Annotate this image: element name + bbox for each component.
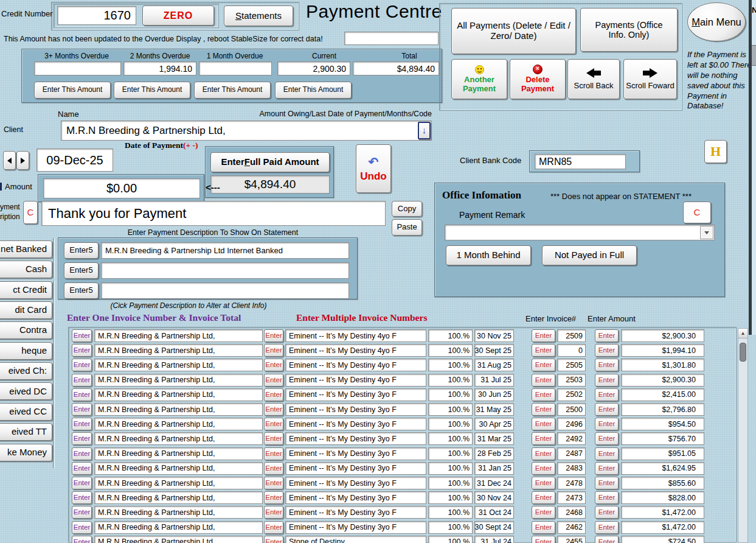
scroll-forward-button[interactable]: Scroll Foward [623, 59, 677, 99]
row-client-field[interactable]: M.R.N Breeding & Partnership Ltd, [94, 432, 263, 445]
payment-date-field[interactable]: 09-Dec-25 [36, 149, 113, 172]
overdue-2months-field[interactable]: 1,994.10 [123, 61, 196, 75]
row-enter-desc-button[interactable]: Enter [264, 536, 283, 543]
row-enter-invoice-button[interactable]: Enter [532, 359, 555, 371]
row-client-field[interactable]: M.R.N Breeding & Partnership Ltd, [94, 462, 263, 475]
row-enter-desc-button[interactable]: Enter [264, 506, 283, 519]
row-enter-desc-button[interactable]: Enter [264, 521, 283, 534]
payment-type-button[interactable]: net Banked [0, 240, 52, 258]
row-date-field[interactable]: 31 Jul 24 [474, 536, 514, 543]
row-client-field[interactable]: M.R.N Breeding & Partnership Ltd, [94, 418, 263, 430]
row-enter-client-button[interactable]: Enter [72, 388, 92, 401]
row-enter-invoice-button[interactable]: Enter [532, 447, 555, 460]
enter5-field-3[interactable] [101, 282, 349, 299]
row-date-field[interactable]: 31 May 25 [474, 403, 514, 416]
row-enter-amount-button[interactable]: Enter [595, 374, 619, 387]
row-invoice-field[interactable]: 2496 [557, 418, 586, 430]
row-date-field[interactable]: 31 Oct 24 [474, 506, 514, 519]
enter-3months-amount-button[interactable]: Enter This Amount [34, 82, 111, 99]
row-enter-amount-button[interactable]: Enter [595, 506, 619, 519]
row-client-field[interactable]: M.R.N Breeding & Partnership Ltd, [94, 447, 263, 460]
row-date-field[interactable]: 30 Nov 24 [474, 491, 514, 504]
statements-button[interactable]: Statements [224, 5, 293, 26]
main-menu-button[interactable]: Main Menu [687, 2, 746, 41]
row-enter-invoice-button[interactable]: Enter [532, 506, 555, 519]
row-date-field[interactable]: 30 Sept 25 [474, 344, 514, 357]
enter-2months-amount-button[interactable]: Enter This Amount [114, 82, 190, 99]
row-enter-desc-button[interactable]: Enter [264, 374, 283, 387]
row-enter-amount-button[interactable]: Enter [595, 462, 619, 475]
row-date-field[interactable]: 31 Jan 25 [474, 462, 514, 475]
paste-button[interactable]: Paste [392, 219, 422, 236]
row-client-field[interactable]: M.R.N Breeding & Partnership Ltd, [94, 491, 263, 504]
row-percent-field[interactable]: 100.% [428, 418, 473, 430]
row-date-field[interactable]: 31 Jul 25 [474, 374, 514, 387]
row-amount-field[interactable]: $855.60 [621, 477, 704, 489]
row-amount-field[interactable]: $954.50 [621, 418, 704, 430]
row-enter-invoice-button[interactable]: Enter [532, 432, 555, 445]
row-invoice-field[interactable]: 2503 [557, 374, 586, 387]
row-amount-field[interactable]: $1,301.80 [621, 359, 704, 371]
description-c-button[interactable]: C [23, 201, 38, 224]
row-invoice-field[interactable]: 2487 [557, 447, 586, 460]
row-percent-field[interactable]: 100.% [428, 447, 473, 460]
row-enter-client-button[interactable]: Enter [72, 447, 92, 460]
overdue-1month-field[interactable] [199, 61, 272, 75]
row-description-field[interactable]: Eminent -- It’s My Destiny 3yo F [285, 521, 426, 534]
row-enter-client-button[interactable]: Enter [72, 506, 92, 519]
row-percent-field[interactable]: 100.% [428, 491, 473, 504]
row-client-field[interactable]: M.R.N Breeding & Partnership Ltd, [94, 329, 263, 342]
row-description-field[interactable]: Eminent -- It’s My Destiny 3yo F [285, 418, 426, 430]
row-enter-amount-button[interactable]: Enter [595, 432, 619, 445]
enter5-button-1[interactable]: Enter5 [64, 242, 99, 259]
row-enter-client-button[interactable]: Enter [72, 521, 92, 534]
row-percent-field[interactable]: 100.% [428, 329, 473, 342]
row-amount-field[interactable]: $1,472.00 [621, 521, 704, 534]
row-description-field[interactable]: Eminent -- It’s My Destiny 3yo F [285, 462, 426, 475]
date-prev-button[interactable] [3, 151, 16, 170]
another-payment-button[interactable]: Another Payment [451, 59, 507, 99]
row-enter-client-button[interactable]: Enter [72, 329, 92, 342]
row-percent-field[interactable]: 100.% [428, 388, 473, 401]
row-description-field[interactable]: Eminent -- It’s My Destiny 3yo F [285, 403, 426, 416]
row-enter-desc-button[interactable]: Enter [264, 359, 283, 371]
row-description-field[interactable]: Eminent -- It’s My Destiny 3yo F [285, 491, 426, 504]
row-enter-invoice-button[interactable]: Enter [532, 462, 555, 475]
row-enter-amount-button[interactable]: Enter [595, 403, 619, 416]
row-amount-field[interactable]: $1,472.00 [621, 506, 704, 519]
warning-input[interactable] [344, 32, 439, 45]
row-invoice-field[interactable]: 2478 [557, 477, 586, 489]
row-enter-invoice-button[interactable]: Enter [532, 521, 555, 534]
row-client-field[interactable]: M.R.N Breeding & Partnership Ltd, [94, 374, 263, 387]
row-enter-invoice-button[interactable]: Enter [532, 536, 555, 543]
row-enter-client-button[interactable]: Enter [72, 418, 92, 430]
scrollbar-thumb[interactable] [740, 343, 746, 362]
row-enter-client-button[interactable]: Enter [72, 477, 92, 489]
overdue-current-field[interactable]: 2,900.30 [277, 61, 350, 75]
one-month-behind-button[interactable]: 1 Month Behind [446, 245, 531, 265]
row-enter-client-button[interactable]: Enter [72, 536, 92, 543]
row-enter-invoice-button[interactable]: Enter [532, 477, 555, 489]
row-enter-amount-button[interactable]: Enter [595, 477, 619, 489]
payment-remark-combobox[interactable] [445, 225, 715, 240]
row-invoice-field[interactable]: 2455 [557, 536, 586, 543]
payment-type-button[interactable]: dit Card [0, 301, 52, 319]
row-description-field[interactable]: Eminent -- It’s My Destiny 3yo F [285, 447, 426, 460]
row-invoice-field[interactable]: 2500 [557, 403, 586, 416]
invoice-scrollbar[interactable]: ▲ [738, 328, 748, 543]
overdue-total-field[interactable]: $4,894.40 [353, 61, 439, 75]
row-enter-client-button[interactable]: Enter [72, 403, 92, 416]
row-date-field[interactable]: 31 Dec 24 [474, 477, 514, 489]
row-enter-desc-button[interactable]: Enter [264, 432, 283, 445]
scrollbar-up-button[interactable]: ▲ [738, 329, 747, 338]
row-client-field[interactable]: M.R.N Breeding & Partnership Ltd, [94, 521, 263, 534]
payments-office-button[interactable]: Payments (Office Info. Only) [580, 8, 678, 52]
payment-type-button[interactable]: Cash [0, 261, 52, 278]
row-percent-field[interactable]: 100.% [428, 374, 473, 387]
copy-button[interactable]: Copy [392, 201, 422, 217]
row-description-field[interactable]: Eminent -- It’s My Destiny 4yo F [285, 374, 426, 387]
row-invoice-field[interactable]: 2483 [557, 462, 586, 475]
row-client-field[interactable]: M.R.N Breeding & Partnership Ltd, [94, 536, 263, 543]
not-payed-in-full-button[interactable]: Not Payed in Full [542, 245, 637, 265]
row-enter-invoice-button[interactable]: Enter [532, 418, 555, 430]
